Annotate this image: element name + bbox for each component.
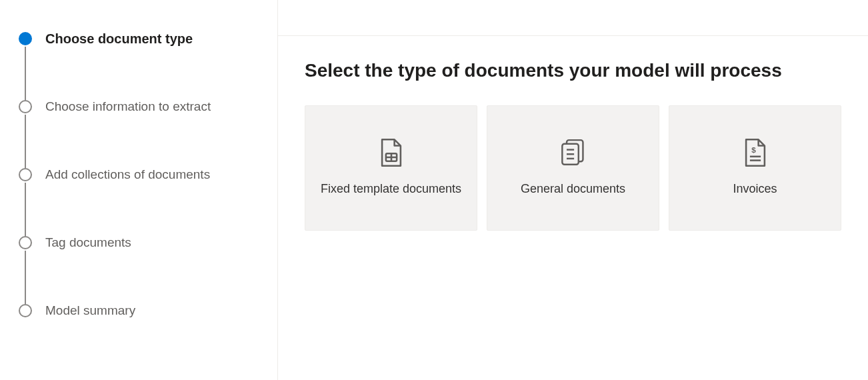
step-tag-documents[interactable]: Tag documents [19, 236, 264, 304]
step-connector [25, 115, 26, 168]
template-document-icon [377, 138, 406, 167]
step-label: Choose information to extract [45, 100, 211, 113]
step-list: Choose document type Choose information … [19, 32, 264, 317]
page-heading: Select the type of documents your model … [305, 60, 841, 81]
card-label: Invoices [722, 179, 787, 198]
step-label: Choose document type [45, 32, 193, 45]
step-label: Add collections of documents [45, 168, 210, 181]
step-indicator-icon [19, 304, 32, 317]
content-area: Select the type of documents your model … [278, 36, 868, 255]
main-content: Select the type of documents your model … [278, 0, 868, 380]
step-label: Model summary [45, 304, 135, 317]
top-divider [278, 0, 868, 36]
step-choose-information[interactable]: Choose information to extract [19, 100, 264, 168]
step-indicator-active-icon [19, 32, 32, 45]
step-connector [25, 183, 26, 236]
svg-text:$: $ [751, 146, 756, 154]
card-invoices[interactable]: $ Invoices [669, 105, 841, 231]
step-connector [25, 47, 26, 100]
card-general-documents[interactable]: General documents [487, 105, 659, 231]
invoice-icon: $ [741, 138, 770, 167]
step-choose-document-type[interactable]: Choose document type [19, 32, 264, 100]
general-document-icon [559, 138, 588, 167]
step-indicator-icon [19, 100, 32, 113]
step-connector [25, 251, 26, 304]
card-label: General documents [510, 179, 636, 198]
card-label: Fixed template documents [310, 179, 472, 198]
step-model-summary[interactable]: Model summary [19, 304, 264, 317]
step-indicator-icon [19, 236, 32, 249]
wizard-steps-sidebar: Choose document type Choose information … [0, 0, 278, 380]
step-indicator-icon [19, 168, 32, 181]
step-add-collections[interactable]: Add collections of documents [19, 168, 264, 236]
card-fixed-template-documents[interactable]: Fixed template documents [305, 105, 477, 231]
document-type-cards: Fixed template documents General documen… [305, 105, 841, 231]
step-label: Tag documents [45, 236, 131, 249]
